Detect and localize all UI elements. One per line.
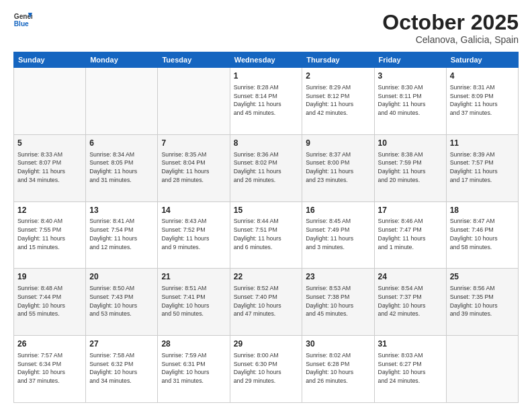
table-row: 16Sunrise: 8:45 AM Sunset: 7:49 PM Dayli… [302,201,374,269]
day-info: Sunrise: 8:46 AM Sunset: 7:47 PM Dayligh… [378,217,443,251]
day-info: Sunrise: 8:31 AM Sunset: 8:09 PM Dayligh… [450,83,515,118]
calendar-week-row: 5Sunrise: 8:33 AM Sunset: 8:07 PM Daylig… [14,134,519,201]
day-number: 10 [378,138,443,149]
svg-text:Blue: Blue [14,20,29,28]
day-number: 14 [161,205,226,216]
calendar-week-row: 26Sunrise: 7:57 AM Sunset: 6:34 PM Dayli… [14,336,519,403]
logo: General Blue [13,11,32,30]
col-saturday: Saturday [446,52,518,68]
day-number: 19 [17,271,82,283]
day-number: 20 [89,271,154,283]
table-row: 28Sunrise: 7:59 AM Sunset: 6:31 PM Dayli… [158,336,230,403]
table-row: 12Sunrise: 8:40 AM Sunset: 7:55 PM Dayli… [14,201,86,269]
day-info: Sunrise: 8:53 AM Sunset: 7:38 PM Dayligh… [306,284,370,318]
month-title: October 2025 [382,11,519,34]
col-monday: Monday [86,52,158,68]
calendar-table: Sunday Monday Tuesday Wednesday Thursday… [13,52,519,403]
day-info: Sunrise: 8:33 AM Sunset: 8:07 PM Dayligh… [17,150,82,185]
table-row: 24Sunrise: 8:54 AM Sunset: 7:37 PM Dayli… [374,269,446,336]
table-row: 6Sunrise: 8:34 AM Sunset: 8:05 PM Daylig… [86,134,158,201]
day-number: 11 [450,138,515,149]
day-info: Sunrise: 8:54 AM Sunset: 7:37 PM Dayligh… [378,284,443,318]
table-row: 4Sunrise: 8:31 AM Sunset: 8:09 PM Daylig… [446,68,518,135]
day-number: 12 [17,205,82,216]
table-row: 1Sunrise: 8:28 AM Sunset: 8:14 PM Daylig… [230,68,302,135]
day-info: Sunrise: 8:30 AM Sunset: 8:11 PM Dayligh… [378,83,443,118]
day-info: Sunrise: 8:41 AM Sunset: 7:54 PM Dayligh… [89,217,154,251]
table-row: 30Sunrise: 8:02 AM Sunset: 6:28 PM Dayli… [302,336,374,403]
col-tuesday: Tuesday [158,52,230,68]
day-number: 18 [450,205,515,216]
day-info: Sunrise: 7:59 AM Sunset: 6:31 PM Dayligh… [161,351,226,385]
table-row: 18Sunrise: 8:47 AM Sunset: 7:46 PM Dayli… [446,201,518,269]
day-number: 31 [378,338,443,350]
day-number: 5 [17,138,82,149]
day-number: 24 [378,271,443,283]
col-thursday: Thursday [302,52,374,68]
table-row: 15Sunrise: 8:44 AM Sunset: 7:51 PM Dayli… [230,201,302,269]
day-info: Sunrise: 8:38 AM Sunset: 7:59 PM Dayligh… [378,150,443,185]
table-row: 2Sunrise: 8:29 AM Sunset: 8:12 PM Daylig… [302,68,374,135]
col-wednesday: Wednesday [230,52,302,68]
table-row: 23Sunrise: 8:53 AM Sunset: 7:38 PM Dayli… [302,269,374,336]
table-row: 7Sunrise: 8:35 AM Sunset: 8:04 PM Daylig… [158,134,230,201]
day-number: 6 [89,138,154,149]
table-row: 13Sunrise: 8:41 AM Sunset: 7:54 PM Dayli… [86,201,158,269]
day-number: 1 [234,71,299,82]
day-number: 17 [378,205,443,216]
day-number: 30 [306,338,370,350]
day-info: Sunrise: 8:47 AM Sunset: 7:46 PM Dayligh… [450,217,515,251]
day-info: Sunrise: 8:39 AM Sunset: 7:57 PM Dayligh… [450,150,515,185]
table-row: 22Sunrise: 8:52 AM Sunset: 7:40 PM Dayli… [230,269,302,336]
day-info: Sunrise: 8:56 AM Sunset: 7:35 PM Dayligh… [450,284,515,318]
calendar-week-row: 1Sunrise: 8:28 AM Sunset: 8:14 PM Daylig… [14,68,519,135]
day-info: Sunrise: 8:36 AM Sunset: 8:02 PM Dayligh… [234,150,299,185]
day-number: 15 [234,205,299,216]
table-row: 20Sunrise: 8:50 AM Sunset: 7:43 PM Dayli… [86,269,158,336]
day-info: Sunrise: 8:44 AM Sunset: 7:51 PM Dayligh… [234,217,299,251]
table-row: 14Sunrise: 8:43 AM Sunset: 7:52 PM Dayli… [158,201,230,269]
col-sunday: Sunday [14,52,86,68]
table-row: 25Sunrise: 8:56 AM Sunset: 7:35 PM Dayli… [446,269,518,336]
day-number: 9 [306,138,370,149]
subtitle: Celanova, Galicia, Spain [382,34,519,45]
day-number: 23 [306,271,370,283]
col-friday: Friday [374,52,446,68]
day-info: Sunrise: 8:00 AM Sunset: 6:30 PM Dayligh… [234,351,299,385]
day-number: 13 [89,205,154,216]
table-row: 5Sunrise: 8:33 AM Sunset: 8:07 PM Daylig… [14,134,86,201]
day-info: Sunrise: 8:29 AM Sunset: 8:12 PM Dayligh… [306,83,370,118]
table-row: 29Sunrise: 8:00 AM Sunset: 6:30 PM Dayli… [230,336,302,403]
table-row [14,68,86,135]
header: General Blue October 2025 Celanova, Gali… [13,11,519,45]
table-row: 8Sunrise: 8:36 AM Sunset: 8:02 PM Daylig… [230,134,302,201]
day-info: Sunrise: 7:58 AM Sunset: 6:32 PM Dayligh… [89,351,154,385]
calendar-header-row: Sunday Monday Tuesday Wednesday Thursday… [14,52,519,68]
day-number: 8 [234,138,299,149]
day-info: Sunrise: 8:03 AM Sunset: 6:27 PM Dayligh… [378,351,443,385]
day-number: 4 [450,71,515,82]
day-info: Sunrise: 8:51 AM Sunset: 7:41 PM Dayligh… [161,284,226,318]
table-row [86,68,158,135]
day-number: 29 [234,338,299,350]
day-number: 22 [234,271,299,283]
table-row: 26Sunrise: 7:57 AM Sunset: 6:34 PM Dayli… [14,336,86,403]
calendar-week-row: 19Sunrise: 8:48 AM Sunset: 7:44 PM Dayli… [14,269,519,336]
table-row: 31Sunrise: 8:03 AM Sunset: 6:27 PM Dayli… [374,336,446,403]
day-number: 27 [89,338,154,350]
day-info: Sunrise: 8:48 AM Sunset: 7:44 PM Dayligh… [17,284,82,318]
day-info: Sunrise: 8:28 AM Sunset: 8:14 PM Dayligh… [234,83,299,118]
title-block: October 2025 Celanova, Galicia, Spain [382,11,519,45]
day-info: Sunrise: 8:52 AM Sunset: 7:40 PM Dayligh… [234,284,299,318]
table-row [158,68,230,135]
day-number: 25 [450,271,515,283]
day-number: 21 [161,271,226,283]
table-row: 9Sunrise: 8:37 AM Sunset: 8:00 PM Daylig… [302,134,374,201]
table-row: 17Sunrise: 8:46 AM Sunset: 7:47 PM Dayli… [374,201,446,269]
day-number: 2 [306,71,370,82]
day-number: 16 [306,205,370,216]
day-number: 7 [161,138,226,149]
day-info: Sunrise: 8:34 AM Sunset: 8:05 PM Dayligh… [89,150,154,185]
table-row: 27Sunrise: 7:58 AM Sunset: 6:32 PM Dayli… [86,336,158,403]
day-number: 26 [17,338,82,350]
